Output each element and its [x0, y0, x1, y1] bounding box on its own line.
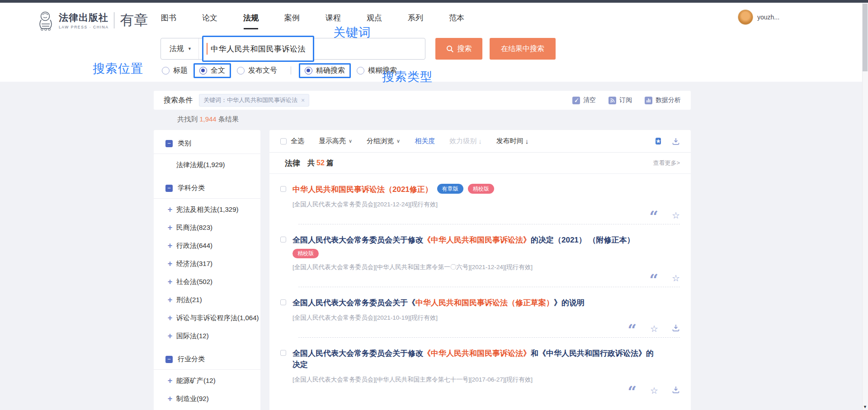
press-name-en: LAW PRESS · CHINA	[59, 25, 108, 29]
collapse-minus-icon[interactable]: −	[165, 185, 173, 192]
result-title[interactable]: 全国人民代表大会常务委员会关于修改《中华人民共和国民事诉讼法》的决定（2021）…	[292, 234, 635, 246]
user-menu[interactable]: youzh...	[738, 9, 779, 25]
group-count: 共52篇	[307, 158, 334, 168]
star-icon[interactable]: ☆	[650, 385, 658, 396]
sidebar-item[interactable]: +建筑业(5)	[166, 408, 260, 410]
sidebar-item[interactable]: +诉讼与非诉讼程序法(1,064)	[166, 309, 260, 327]
quote-icon[interactable]: “	[650, 210, 659, 220]
annotation-box-position-option-2[interactable]: 全文	[193, 63, 231, 78]
radio-icon	[162, 67, 170, 75]
checkbox-icon[interactable]	[280, 186, 286, 192]
chevron-down-icon: ∨	[349, 138, 352, 144]
sort-1[interactable]: 相关度	[415, 137, 435, 145]
result-title[interactable]: 中华人民共和国民事诉讼法（2021修正）有章版精校版	[292, 184, 494, 196]
nav-item-7[interactable]: 系列	[408, 13, 423, 29]
position-option-1[interactable]: 标题	[162, 66, 188, 75]
position-option-3[interactable]: 发布文号	[237, 66, 277, 75]
annotation-box-type-option-1[interactable]: 精确搜索	[299, 63, 351, 78]
sidebar-item[interactable]: +社会法(502)	[166, 273, 260, 291]
sidebar-item[interactable]: +民商法(823)	[166, 219, 260, 237]
result-meta: [全国人民代表大会常务委员会][2021-12-24][现行有效]	[292, 200, 680, 209]
result-actions: “☆	[280, 388, 680, 399]
sidebar-section-3[interactable]: −行业分类	[165, 355, 260, 363]
scope-select[interactable]: 法规 ▼	[161, 38, 199, 59]
search-in-results-button[interactable]: 在结果中搜索	[490, 38, 556, 60]
result-summary: 共找到 1,944 条结果	[177, 115, 691, 124]
toolbar-dropdown-2[interactable]: 分组浏览∨	[367, 137, 400, 145]
checkbox-icon[interactable]	[280, 138, 287, 144]
avatar[interactable]	[738, 9, 753, 25]
search-button[interactable]: 搜索	[435, 38, 482, 60]
scrollbar[interactable]: ▼	[862, 3, 868, 410]
download-icon[interactable]	[672, 324, 680, 334]
expand-plus-icon[interactable]: +	[166, 241, 174, 251]
star-icon[interactable]: ☆	[672, 273, 680, 284]
sidebar-section-1[interactable]: −类别	[165, 139, 260, 148]
scrollbar-down-arrow[interactable]: ▼	[863, 405, 868, 409]
nav-item-2[interactable]: 论文	[202, 13, 217, 29]
toolbar-dropdown-1[interactable]: 显示高亮∨	[319, 137, 352, 145]
close-icon[interactable]: ×	[301, 97, 305, 104]
sort-3[interactable]: 发布时间↓	[496, 137, 529, 145]
sidebar-item[interactable]: +刑法(21)	[166, 291, 260, 309]
expand-plus-icon[interactable]: +	[166, 331, 174, 341]
condition-action-label: 清空	[583, 96, 596, 104]
sidebar-item[interactable]: +经济法(317)	[166, 255, 260, 273]
title-text: 全国人民代表大会常务委员会关于修改	[292, 236, 423, 244]
expand-plus-icon[interactable]: +	[166, 394, 174, 404]
sidebar-item[interactable]: +宪法及相关法(1,329)	[166, 200, 260, 219]
badge-pink: 精校版	[468, 184, 494, 194]
quote-icon[interactable]: “	[628, 386, 637, 395]
search-position-group: 标题全文发布文号	[162, 66, 277, 75]
result-title[interactable]: 全国人民代表大会常务委员会关于修改《中华人民共和国民事诉讼法》和《中华人民共和国…	[292, 348, 654, 371]
sidebar-item-label: 国际法(12)	[176, 332, 209, 340]
condition-action-2[interactable]: 订阅	[609, 96, 632, 104]
sidebar-item[interactable]: +法律法规(1,929)	[166, 156, 260, 174]
download-icon[interactable]	[672, 386, 680, 396]
quote-icon[interactable]: “	[650, 274, 659, 283]
sort-2[interactable]: 效力级别↓	[449, 137, 482, 145]
filter-sidebar: −类别+法律法规(1,929)−学科分类+宪法及相关法(1,329)+民商法(8…	[154, 130, 260, 410]
result-title[interactable]: 全国人民代表大会常务委员会关于《中华人民共和国民事诉讼法（修正草案）》的说明	[292, 297, 585, 309]
select-all[interactable]: 全选	[280, 137, 304, 145]
sidebar-item[interactable]: +制造业(92)	[166, 390, 260, 408]
expand-plus-icon[interactable]: +	[166, 205, 174, 214]
expand-plus-icon[interactable]: +	[166, 223, 174, 233]
search-in-results-label: 在结果中搜索	[501, 44, 544, 54]
star-square-icon[interactable]: ★	[656, 138, 661, 144]
group-name: 法律	[285, 158, 300, 168]
view-more-link[interactable]: 查看更多>	[653, 159, 680, 167]
sidebar-item[interactable]: +能源矿产(12)	[166, 372, 260, 390]
expand-plus-icon[interactable]: +	[166, 313, 174, 323]
sidebar-item[interactable]: +行政法(644)	[166, 237, 260, 255]
sidebar-item[interactable]: +国际法(12)	[166, 327, 260, 345]
scrollbar-thumb[interactable]	[863, 4, 868, 71]
checkbox-icon[interactable]	[280, 350, 286, 356]
condition-action-1[interactable]: 清空	[572, 96, 596, 104]
results-toolbar: 全选 显示高亮∨分组浏览∨ 相关度效力级别↓发布时间↓ ★	[269, 130, 691, 153]
download-icon[interactable]	[672, 137, 680, 145]
nav-item-1[interactable]: 图书	[161, 13, 176, 29]
search-input[interactable]: 中华人民共和国民事诉讼法	[211, 44, 306, 54]
expand-plus-icon[interactable]: +	[166, 277, 174, 287]
title-highlight: 中华人民共和国民事诉讼法（修正草案）	[415, 298, 554, 307]
condition-action-3[interactable]: 数据分析	[645, 96, 681, 104]
collapse-minus-icon[interactable]: −	[165, 140, 173, 147]
result-item-2: 全国人民代表大会常务委员会关于修改《中华人民共和国民事诉讼法》的决定（2021）…	[269, 224, 691, 288]
checkbox-icon[interactable]	[280, 237, 286, 242]
nav-item-4[interactable]: 案例	[284, 13, 300, 29]
expand-plus-icon[interactable]: +	[166, 376, 174, 386]
expand-plus-icon[interactable]: +	[166, 295, 174, 305]
result-head: 中华人民共和国民事诉讼法（2021修正）有章版精校版	[280, 184, 680, 196]
quote-icon[interactable]: “	[628, 324, 637, 333]
checkbox-icon[interactable]	[280, 299, 286, 305]
nav-item-8[interactable]: 范本	[449, 13, 464, 29]
result-meta: [全国人民代表大会常务委员会][中华人民共和国主席令第七十一号][2017-06…	[292, 376, 680, 384]
star-icon[interactable]: ☆	[650, 323, 658, 334]
nav-item-3[interactable]: 法规	[243, 13, 259, 29]
expand-plus-icon[interactable]: +	[166, 259, 174, 269]
star-icon[interactable]: ☆	[672, 210, 680, 221]
star-square-icon[interactable]: ★	[656, 137, 661, 146]
collapse-minus-icon[interactable]: −	[165, 356, 173, 363]
sidebar-section-2[interactable]: −学科分类	[165, 184, 260, 192]
